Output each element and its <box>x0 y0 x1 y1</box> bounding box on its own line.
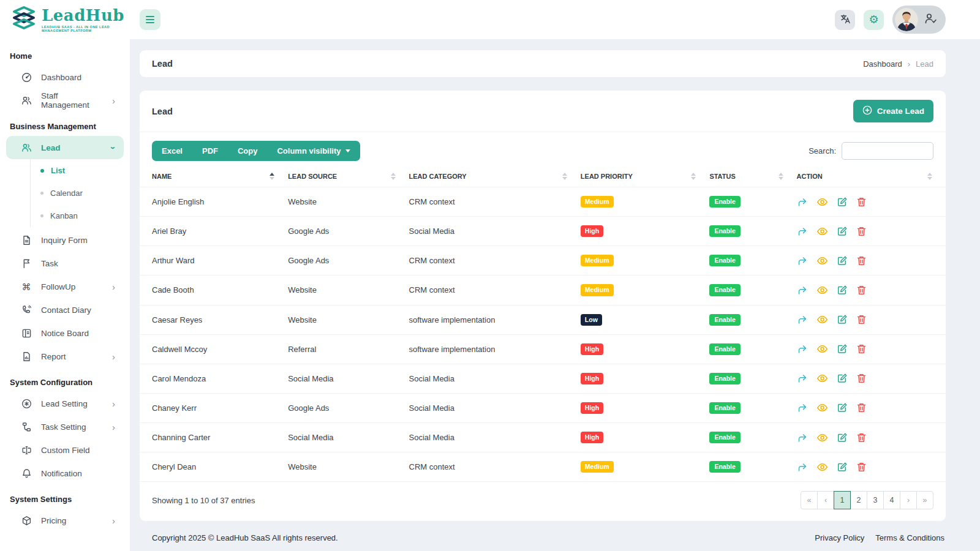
sidebar-subitem-kanban[interactable]: Kanban <box>31 204 130 227</box>
table-row: Chaney KerrGoogle AdsSocial MediaHighEna… <box>140 393 946 422</box>
sidebar-item-task-setting[interactable]: Task Setting › <box>6 415 124 438</box>
sidebar-item-lead[interactable]: Lead › <box>6 136 124 159</box>
pagination-page-4[interactable]: 4 <box>883 491 900 509</box>
view-eye-icon[interactable] <box>816 402 828 413</box>
view-eye-icon[interactable] <box>816 314 828 325</box>
delete-trash-icon[interactable] <box>856 314 867 325</box>
edit-pencil-icon[interactable] <box>837 226 848 237</box>
pagination-page-2[interactable]: 2 <box>850 491 867 509</box>
convert-arrow-icon[interactable] <box>797 432 808 443</box>
sidebar-subitem-calendar[interactable]: Calendar <box>31 182 130 204</box>
convert-arrow-icon[interactable] <box>797 255 808 266</box>
search-input[interactable] <box>842 142 933 160</box>
column-header-action[interactable]: ACTION <box>797 168 946 187</box>
view-eye-icon[interactable] <box>816 285 828 296</box>
edit-pencil-icon[interactable] <box>837 462 848 473</box>
lead-name-cell: Channing Carter <box>140 423 288 452</box>
priority-badge: Medium <box>581 461 614 473</box>
export-excel-button[interactable]: Excel <box>152 141 192 161</box>
edit-pencil-icon[interactable] <box>837 343 848 354</box>
pagination-first-button[interactable]: « <box>801 491 818 509</box>
delete-trash-icon[interactable] <box>856 285 867 296</box>
column-header-name[interactable]: NAME <box>140 168 288 187</box>
pagination-next-button[interactable]: › <box>900 491 917 509</box>
delete-trash-icon[interactable] <box>856 226 867 237</box>
pagination-page-3[interactable]: 3 <box>867 491 884 509</box>
view-eye-icon[interactable] <box>816 373 828 384</box>
column-visibility-button[interactable]: Column visibility <box>267 141 360 161</box>
sidebar-item-custom-field[interactable]: Custom Field <box>6 438 124 462</box>
report-icon <box>21 351 32 362</box>
edit-pencil-icon[interactable] <box>837 402 848 413</box>
sidebar-item-staff-management[interactable]: Staff Management › <box>6 89 124 112</box>
delete-trash-icon[interactable] <box>856 432 867 443</box>
sidebar-item-inquiry-form[interactable]: Inquiry Form <box>6 228 124 252</box>
view-eye-icon[interactable] <box>816 462 828 473</box>
hamburger-menu-button[interactable] <box>140 9 160 30</box>
pagination-last-button[interactable]: » <box>916 491 933 509</box>
user-profile-menu[interactable] <box>892 6 946 34</box>
search-control: Search: <box>809 142 933 160</box>
view-eye-icon[interactable] <box>816 226 828 237</box>
column-header-lead-category[interactable]: LEAD CATEGORY <box>409 168 581 187</box>
view-eye-icon[interactable] <box>816 255 828 266</box>
convert-arrow-icon[interactable] <box>797 402 808 413</box>
sidebar-item-contact-diary[interactable]: Contact Diary <box>6 298 124 321</box>
delete-trash-icon[interactable] <box>856 402 867 413</box>
view-eye-icon[interactable] <box>816 432 828 443</box>
sidebar-item-notification[interactable]: Notification <box>6 462 124 485</box>
breadcrumb-dashboard-link[interactable]: Dashboard <box>863 59 902 69</box>
lead-priority-cell: Medium <box>581 187 710 217</box>
delete-trash-icon[interactable] <box>856 343 867 354</box>
settings-button[interactable]: ⚙ <box>864 10 884 30</box>
sidebar-item-followup[interactable]: ⌘ FollowUp › <box>6 275 124 298</box>
caret-down-icon <box>345 149 350 152</box>
sidebar-item-notice-board[interactable]: Notice Board <box>6 321 124 345</box>
column-header-label: STATUS <box>709 173 735 180</box>
privacy-policy-link[interactable]: Privacy Policy <box>815 533 864 542</box>
priority-badge: High <box>581 373 603 384</box>
column-header-lead-priority[interactable]: LEAD PRIORITY <box>581 168 710 187</box>
sidebar-subitem-list[interactable]: List <box>31 159 130 182</box>
convert-arrow-icon[interactable] <box>797 343 808 354</box>
delete-trash-icon[interactable] <box>856 373 867 384</box>
delete-trash-icon[interactable] <box>856 197 867 208</box>
convert-arrow-icon[interactable] <box>797 373 808 384</box>
sidebar-item-task[interactable]: Task <box>6 252 124 275</box>
lead-action-cell <box>797 305 946 334</box>
column-header-lead-source[interactable]: LEAD SOURCE <box>288 168 409 187</box>
pagination-prev-button[interactable]: ‹ <box>817 491 834 509</box>
sidebar-item-pricing[interactable]: Pricing › <box>6 509 124 532</box>
convert-arrow-icon[interactable] <box>797 314 808 325</box>
edit-pencil-icon[interactable] <box>837 314 848 325</box>
sidebar-item-lead-setting[interactable]: Lead Setting › <box>6 392 124 415</box>
sidebar-item-dashboard[interactable]: Dashboard <box>6 66 124 89</box>
chevron-right-icon: › <box>112 282 115 291</box>
view-eye-icon[interactable] <box>816 343 828 354</box>
convert-arrow-icon[interactable] <box>797 226 808 237</box>
view-eye-icon[interactable] <box>816 197 828 208</box>
column-header-label: ACTION <box>797 173 823 180</box>
delete-trash-icon[interactable] <box>856 462 867 473</box>
export-pdf-button[interactable]: PDF <box>192 141 228 161</box>
delete-trash-icon[interactable] <box>856 255 867 266</box>
edit-pencil-icon[interactable] <box>837 197 848 208</box>
convert-arrow-icon[interactable] <box>797 197 808 208</box>
column-header-status[interactable]: STATUS <box>709 168 796 187</box>
terms-conditions-link[interactable]: Terms & Conditions <box>875 533 944 542</box>
edit-pencil-icon[interactable] <box>837 285 848 296</box>
convert-arrow-icon[interactable] <box>797 462 808 473</box>
sidebar-item-report[interactable]: Report › <box>6 345 124 368</box>
translate-language-button[interactable] <box>835 10 855 30</box>
edit-pencil-icon[interactable] <box>837 255 848 266</box>
column-header-label: NAME <box>152 173 172 180</box>
pagination-page-1[interactable]: 1 <box>834 491 851 509</box>
lead-category-cell: Social Media <box>409 364 581 393</box>
brand-logo[interactable]: LeadHub LEADHUB SAAS - ALL IN ONE LEAD M… <box>0 6 130 34</box>
export-copy-button[interactable]: Copy <box>228 141 268 161</box>
convert-arrow-icon[interactable] <box>797 285 808 296</box>
board-icon <box>21 328 32 339</box>
create-lead-button[interactable]: Create Lead <box>853 100 933 122</box>
edit-pencil-icon[interactable] <box>837 373 848 384</box>
edit-pencil-icon[interactable] <box>837 432 848 443</box>
